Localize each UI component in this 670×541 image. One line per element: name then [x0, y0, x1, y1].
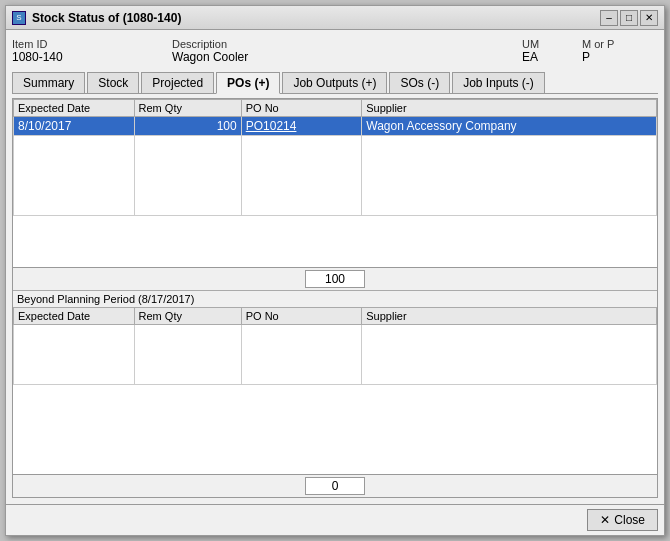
content-area: Item ID 1080-140 Description Wagon Coole… [6, 30, 664, 504]
table-header-row: Expected Date Rem Qty PO No Supplier [14, 100, 657, 117]
tab-pos[interactable]: POs (+) [216, 72, 280, 94]
title-buttons: – □ ✕ [600, 10, 658, 26]
minimize-button[interactable]: – [600, 10, 618, 26]
title-bar-left: S Stock Status of (1080-140) [12, 11, 181, 25]
um-group: UM EA [522, 38, 562, 64]
tab-stock[interactable]: Stock [87, 72, 139, 93]
window-title: Stock Status of (1080-140) [32, 11, 181, 25]
cell-po-no: PO10214 [241, 117, 362, 136]
beyond-col-supplier: Supplier [362, 307, 657, 324]
item-id-group: Item ID 1080-140 [12, 38, 152, 64]
morp-group: M or P P [582, 38, 622, 64]
cell-expected-date: 8/10/2017 [14, 117, 135, 136]
description-value: Wagon Cooler [172, 50, 502, 64]
description-group: Description Wagon Cooler [172, 38, 502, 64]
col-rem-qty: Rem Qty [134, 100, 241, 117]
beyond-planning-label: Beyond Planning Period (8/17/2017) [17, 293, 194, 305]
main-total-row: 100 [13, 267, 657, 290]
item-id-label: Item ID [12, 38, 152, 50]
um-label: UM [522, 38, 562, 50]
maximize-button[interactable]: □ [620, 10, 638, 26]
main-panel: Expected Date Rem Qty PO No Supplier 8/1… [12, 98, 658, 498]
window-icon: S [12, 11, 26, 25]
col-po-no: PO No [241, 100, 362, 117]
close-button[interactable]: ✕ Close [587, 509, 658, 531]
item-id-value: 1080-140 [12, 50, 152, 64]
beyond-col-po-no: PO No [241, 307, 362, 324]
cell-rem-qty: 100 [134, 117, 241, 136]
main-window: S Stock Status of (1080-140) – □ ✕ Item … [5, 5, 665, 536]
beyond-header-row: Expected Date Rem Qty PO No Supplier [14, 307, 657, 324]
tab-sos[interactable]: SOs (-) [389, 72, 450, 93]
tab-job-inputs[interactable]: Job Inputs (-) [452, 72, 545, 93]
beyond-total-row: 0 [13, 474, 657, 497]
table-row[interactable]: 8/10/2017 100 PO10214 Wagon Accessory Co… [14, 117, 657, 136]
col-expected-date: Expected Date [14, 100, 135, 117]
main-total-value: 100 [305, 270, 365, 288]
morp-value: P [582, 50, 622, 64]
beyond-total-value: 0 [305, 477, 365, 495]
beyond-data-table: Expected Date Rem Qty PO No Supplier [13, 307, 657, 385]
close-icon: ✕ [600, 513, 610, 527]
tab-job-outputs[interactable]: Job Outputs (+) [282, 72, 387, 93]
cell-supplier: Wagon Accessory Company [362, 117, 657, 136]
title-close-button[interactable]: ✕ [640, 10, 658, 26]
tab-bar: Summary Stock Projected POs (+) Job Outp… [12, 72, 658, 94]
tab-summary[interactable]: Summary [12, 72, 85, 93]
col-supplier: Supplier [362, 100, 657, 117]
morp-label: M or P [582, 38, 622, 50]
beyond-table-section: Expected Date Rem Qty PO No Supplier [13, 307, 657, 475]
footer: ✕ Close [6, 504, 664, 535]
main-data-table: Expected Date Rem Qty PO No Supplier 8/1… [13, 99, 657, 216]
po-link[interactable]: PO10214 [246, 119, 297, 133]
beyond-col-rem-qty: Rem Qty [134, 307, 241, 324]
header-info: Item ID 1080-140 Description Wagon Coole… [12, 36, 658, 66]
tab-projected[interactable]: Projected [141, 72, 214, 93]
empty-row-1 [14, 136, 657, 216]
description-label: Description [172, 38, 502, 50]
main-table-section: Expected Date Rem Qty PO No Supplier 8/1… [13, 99, 657, 267]
beyond-col-expected-date: Expected Date [14, 307, 135, 324]
title-bar: S Stock Status of (1080-140) – □ ✕ [6, 6, 664, 30]
um-value: EA [522, 50, 562, 64]
beyond-planning-section: Beyond Planning Period (8/17/2017) [13, 290, 657, 307]
close-label: Close [614, 513, 645, 527]
beyond-empty-rows [14, 324, 657, 384]
